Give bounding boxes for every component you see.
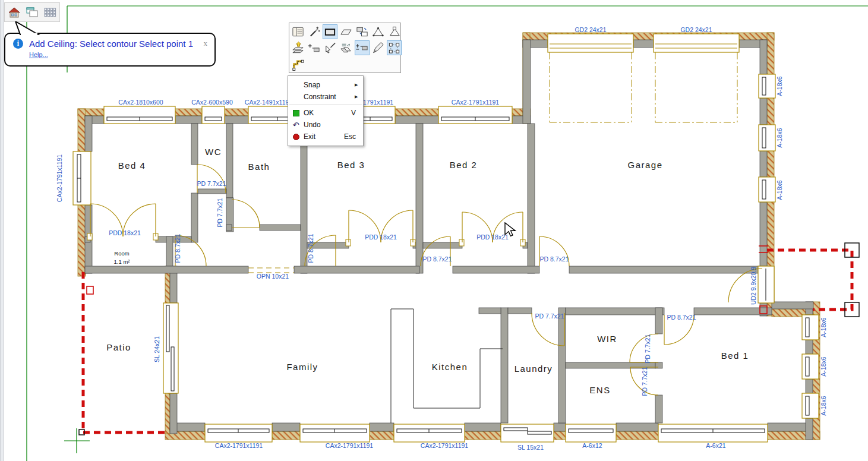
opening-label: CAx2-1791x1191 bbox=[215, 442, 263, 449]
door-swings[interactable] bbox=[87, 165, 762, 395]
cad-application-window: { "colors": { "label-blue": "#2e5ec6", "… bbox=[0, 0, 868, 461]
opening-label: GD2 24x21 bbox=[680, 26, 712, 33]
menu-item-constraint[interactable]: Constraint ▶ bbox=[288, 91, 363, 103]
room-label: ENS bbox=[589, 385, 610, 395]
room-label: Bath bbox=[248, 162, 270, 172]
info-icon: i bbox=[13, 39, 23, 49]
opening-label: PD 7.7x21 bbox=[641, 367, 648, 396]
mouse-cursor bbox=[504, 222, 516, 238]
room-label: Kitchen bbox=[432, 362, 468, 372]
opening-label: PDD 18x21 bbox=[476, 233, 509, 241]
opening-label: A-18x6 bbox=[820, 356, 827, 376]
exit-red-dot-icon bbox=[293, 134, 299, 140]
opening-label: A-6x21 bbox=[706, 442, 725, 449]
block-grid-icon[interactable] bbox=[42, 4, 58, 20]
opening-label: UD2 9.9x20.9 bbox=[750, 267, 757, 305]
opening-label: PD 8.7x21 bbox=[667, 314, 696, 321]
offset-plus-tool-icon[interactable] bbox=[307, 40, 321, 55]
room-area-label: Room bbox=[114, 250, 129, 257]
help-link[interactable]: Help... bbox=[29, 51, 48, 58]
tool-palette bbox=[289, 23, 401, 73]
room-label: WIR bbox=[597, 334, 617, 344]
opening-label: PD 8.7x21 bbox=[422, 255, 452, 263]
cascade-windows-icon[interactable] bbox=[24, 4, 40, 20]
opening-label: PDD 18x21 bbox=[365, 233, 397, 241]
room-label: Bed 1 bbox=[721, 351, 749, 361]
opening-label: PD 8.7x21 bbox=[539, 255, 569, 263]
submenu-arrow-icon: ▶ bbox=[355, 94, 363, 99]
opening-label: SL 15x21 bbox=[517, 444, 544, 451]
pen-slash-tool-icon[interactable] bbox=[371, 40, 386, 55]
opening-label: PD 7.7x21 bbox=[535, 312, 564, 320]
garage-door-clearance bbox=[550, 52, 737, 122]
opening-label: GD2 24x21 bbox=[575, 26, 606, 33]
triangle-node-tool-icon[interactable] bbox=[387, 24, 402, 39]
room-area-label: 1.1 m² bbox=[114, 258, 130, 265]
opening-label: PD 8.7x21 bbox=[307, 233, 314, 263]
opening-label: CAx2-1791x1191 bbox=[326, 442, 374, 449]
rectangle-tool-icon[interactable] bbox=[323, 24, 337, 39]
properties-tool-icon[interactable] bbox=[291, 24, 305, 39]
shortcut-key: Esc bbox=[344, 132, 356, 141]
main-toolbar bbox=[4, 2, 60, 22]
layer-up-tool-icon[interactable] bbox=[291, 40, 305, 55]
copy-offset-tool-icon[interactable] bbox=[355, 24, 370, 39]
grid-axis-lines bbox=[27, 6, 868, 461]
opening-label: CAx2-1791x1191 bbox=[452, 99, 500, 106]
room-label: Laundry bbox=[515, 364, 553, 374]
menu-item-snap[interactable]: Snap ▶ bbox=[288, 79, 363, 91]
opening-label: PD 7.7x21 bbox=[197, 180, 226, 187]
close-icon[interactable]: x bbox=[203, 39, 209, 48]
opening-label: A-18x6 bbox=[820, 317, 827, 337]
menu-separator bbox=[289, 105, 362, 105]
wall-path-tool-icon[interactable] bbox=[291, 56, 305, 71]
menu-item-undo[interactable]: ↶ Undo bbox=[288, 119, 363, 131]
opening-label: PD 7.7x21 bbox=[644, 334, 651, 363]
opening-label: CAx2-1791x1191 bbox=[56, 154, 63, 203]
opening-label: A-18x6 bbox=[776, 128, 783, 147]
offset-step-tool-icon[interactable] bbox=[355, 40, 370, 55]
opening-label: CAx2-600x590 bbox=[191, 99, 233, 106]
balloon-tail bbox=[11, 21, 42, 35]
opening-label: A-18x6 bbox=[776, 180, 783, 200]
menu-item-exit[interactable]: Exit Esc bbox=[288, 131, 363, 143]
notification-balloon: i Add Ceiling: Select contour Select poi… bbox=[4, 33, 216, 67]
node-grid-tool-icon[interactable] bbox=[387, 40, 402, 55]
opening-label: CAx2-1791x1191 bbox=[421, 442, 469, 449]
triangle-mesh-tool-icon[interactable] bbox=[371, 24, 386, 39]
floorplan-canvas[interactable]: CAx2-1810x600CAx2-600x590CAx2-1491x1191C… bbox=[0, 0, 868, 461]
opening-label: SL 24x21 bbox=[153, 336, 160, 362]
slope-tool-icon[interactable] bbox=[339, 24, 353, 39]
shortcut-key: V bbox=[351, 109, 356, 117]
room-label: Bed 3 bbox=[337, 160, 365, 170]
opening-label: A-18x6 bbox=[776, 76, 783, 96]
multi-edit-tool-icon[interactable] bbox=[339, 40, 353, 55]
magic-wand-tool-icon[interactable] bbox=[307, 24, 321, 39]
pick-line-tool-icon[interactable] bbox=[323, 40, 337, 55]
home-icon[interactable] bbox=[6, 4, 22, 20]
room-label: Garage bbox=[627, 160, 662, 170]
context-menu: Snap ▶ Constraint ▶ OK V ↶ Undo Exit Esc bbox=[288, 75, 364, 146]
room-label: Bed 2 bbox=[450, 160, 478, 170]
opening-label: OPN 10x21 bbox=[257, 273, 289, 280]
opening-label: A-6x12 bbox=[582, 442, 602, 449]
room-label: Patio bbox=[106, 342, 131, 352]
ok-green-square-icon bbox=[293, 110, 299, 116]
opening-label: CAx2-1491x1191 bbox=[245, 99, 293, 106]
opening-label: PD 7.7x21 bbox=[216, 198, 223, 227]
room-label: Family bbox=[286, 362, 318, 372]
undo-arrow-icon: ↶ bbox=[293, 121, 299, 129]
viewport-edge bbox=[0, 0, 4, 461]
opening-label: A-18x6 bbox=[820, 396, 827, 415]
room-label: Bed 4 bbox=[118, 160, 146, 170]
menu-item-ok[interactable]: OK V bbox=[288, 107, 363, 119]
notification-text: Add Ceiling: Select contour Select point… bbox=[29, 39, 193, 49]
opening-label: CAx2-1810x600 bbox=[118, 99, 163, 106]
opening-label: PDD 18x21 bbox=[109, 229, 141, 236]
opening-label: PD 8.7x21 bbox=[174, 233, 181, 263]
submenu-arrow-icon: ▶ bbox=[355, 83, 363, 87]
room-label: WC bbox=[205, 147, 222, 157]
